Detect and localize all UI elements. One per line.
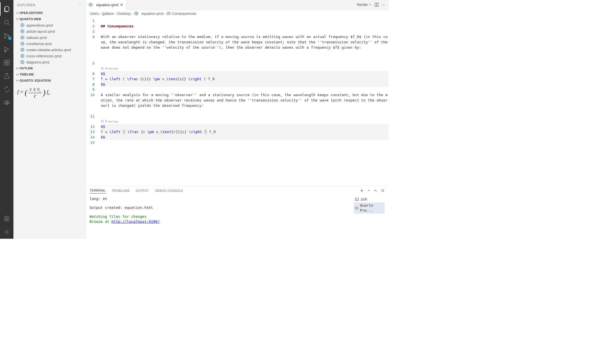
folder-section[interactable]: QUARTO-WEB (13, 16, 85, 22)
svg-point-2 (4, 34, 6, 35)
file-item[interactable]: appendices.qmd (13, 22, 85, 28)
r-icon[interactable] (0, 96, 13, 110)
terminal-list: zsh Quarto Pre... (354, 196, 385, 238)
timeline-section[interactable]: TIMELINE (13, 71, 85, 77)
svg-rect-6 (4, 60, 6, 62)
file-item[interactable]: diagrams.qmd (13, 59, 85, 65)
svg-line-34 (103, 122, 104, 122)
more-actions-icon[interactable]: ⋯ (382, 3, 385, 7)
outline-section[interactable]: OUTLINE (13, 65, 85, 71)
equation-preview: f = ( c ± vr c ) f0 (13, 84, 85, 102)
svg-rect-7 (4, 63, 6, 65)
extensions-icon[interactable] (0, 56, 13, 69)
file-item[interactable]: callouts.qmd (13, 34, 85, 41)
svg-point-3 (4, 37, 6, 38)
file-item[interactable]: article-layout.qmd (13, 28, 85, 34)
editor-group: equation.qmd ✕ Render ⋯ Users › jjallair… (86, 0, 389, 239)
code-content[interactable]: ## Consequences With an observer station… (100, 17, 389, 186)
chevron-right-icon (15, 72, 20, 77)
explorer-icon[interactable] (0, 2, 13, 16)
breadcrumb[interactable]: Users › jjallaire › Desktop › equation.q… (86, 10, 389, 17)
tab-bar: equation.qmd ✕ Render ⋯ (86, 0, 389, 10)
svg-rect-42 (355, 207, 358, 209)
terminal-link[interactable]: http://localhost:4190/ (111, 219, 159, 224)
settings-gear-icon[interactable] (0, 225, 13, 239)
symbol-icon (167, 11, 171, 15)
activity-bar: 5 (0, 0, 13, 239)
terminal-body[interactable]: lang: en Output created: equation.html W… (86, 195, 389, 239)
quarto-file-icon (20, 35, 25, 40)
testing-icon[interactable] (0, 69, 13, 83)
tab-actions: Render ⋯ (357, 3, 389, 7)
output-tab[interactable]: OUTPUT (136, 188, 149, 193)
close-icon[interactable]: ✕ (120, 3, 123, 7)
run-debug-icon[interactable] (0, 42, 13, 56)
chevron-down-icon (15, 17, 20, 21)
quarto-file-icon (20, 23, 25, 27)
gutter: 1 2 3 4 5 6 7 8 9 10 11 12 13 14 15 (86, 17, 100, 186)
quarto-file-icon (20, 60, 25, 64)
chevron-down-icon (15, 78, 20, 83)
open-editors-section[interactable]: OPEN EDITORS (13, 10, 85, 16)
sidebar-more-icon[interactable]: ⋯ (78, 3, 82, 7)
problems-tab[interactable]: PROBLEMS (112, 188, 130, 193)
explorer-sidebar: EXPLORER ⋯ OPEN EDITORS QUARTO-WEB appen… (13, 0, 86, 239)
terminal-tab[interactable]: TERMINAL (90, 188, 106, 193)
svg-line-1 (8, 23, 9, 25)
file-item[interactable]: cross-references.qmd (13, 53, 85, 59)
panel-tabs: TERMINAL PROBLEMS OUTPUT DEBUG CONSOLE (86, 186, 389, 195)
split-editor-icon[interactable] (374, 3, 379, 7)
svg-line-30 (103, 69, 104, 70)
terminal-dropdown-icon[interactable] (367, 189, 370, 192)
terminal-entry-quarto[interactable]: Quarto Pre... (354, 202, 385, 214)
source-control-icon[interactable]: 5 (0, 29, 13, 42)
close-panel-icon[interactable] (381, 189, 385, 193)
bottom-panel: TERMINAL PROBLEMS OUTPUT DEBUG CONSOLE l… (86, 186, 389, 239)
svg-point-11 (4, 101, 9, 104)
tab-equation[interactable]: equation.qmd ✕ (86, 0, 126, 10)
share-icon[interactable] (0, 83, 13, 96)
accounts-icon[interactable] (0, 212, 13, 225)
terminal-entry-zsh[interactable]: zsh (354, 196, 385, 202)
quarto-file-icon (20, 41, 25, 46)
quarto-file-icon (20, 48, 25, 52)
svg-rect-26 (167, 12, 170, 15)
debug-console-tab[interactable]: DEBUG CONSOLE (155, 188, 183, 193)
code-editor[interactable]: 1 2 3 4 5 6 7 8 9 10 11 12 13 14 15 ## C… (86, 17, 389, 186)
file-item[interactable]: create-citeable-articles.qmd (13, 47, 85, 53)
render-button[interactable]: Render (357, 3, 372, 7)
preview-codelens[interactable]: Preview (100, 119, 389, 124)
file-item[interactable]: conditional.qmd (13, 41, 85, 47)
svg-rect-8 (7, 63, 9, 65)
terminal-output[interactable]: lang: en Output created: equation.html W… (90, 196, 354, 238)
quarto-equation-section[interactable]: QUARTO: EQUATION (13, 77, 85, 84)
quarto-file-icon (20, 54, 25, 58)
chevron-right-icon (15, 11, 20, 15)
quarto-file-icon (134, 11, 138, 16)
svg-point-14 (6, 231, 8, 233)
search-icon[interactable] (0, 16, 13, 29)
quarto-file-icon (88, 3, 93, 7)
svg-point-0 (4, 20, 8, 24)
svg-rect-9 (7, 60, 10, 62)
preview-codelens[interactable]: Preview (100, 66, 389, 71)
sidebar-header: EXPLORER ⋯ (13, 0, 85, 10)
new-terminal-icon[interactable] (360, 188, 364, 193)
sidebar-title: EXPLORER (17, 3, 35, 7)
svg-rect-41 (356, 198, 359, 201)
svg-point-13 (6, 217, 8, 219)
quarto-file-icon (20, 29, 25, 34)
maximize-panel-icon[interactable] (373, 189, 377, 193)
scm-badge: 5 (8, 36, 12, 40)
chevron-right-icon (15, 66, 20, 70)
file-list: appendices.qmd article-layout.qmd callou… (13, 22, 85, 65)
